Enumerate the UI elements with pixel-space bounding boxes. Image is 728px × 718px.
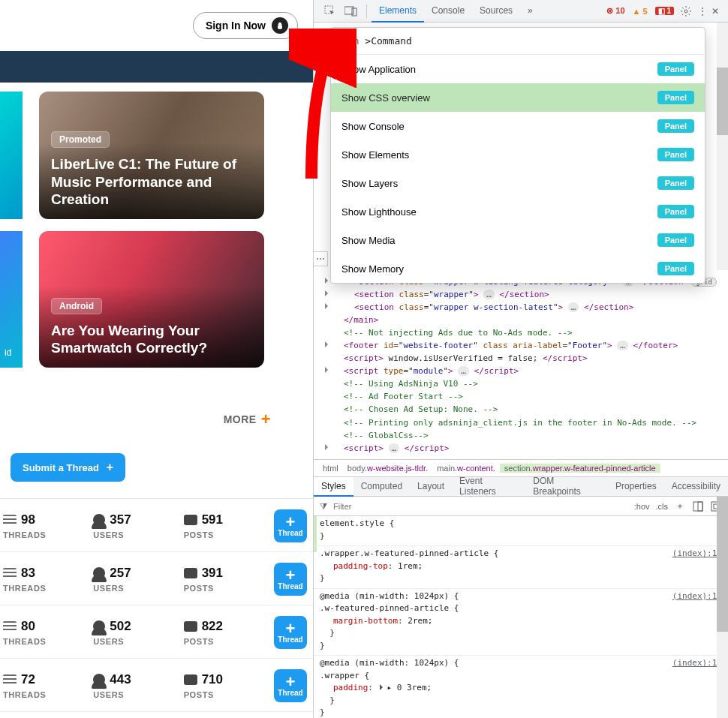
css-prop[interactable]: margin-bottom: 2rem; — [320, 615, 722, 628]
styles-tab[interactable]: Computed — [353, 477, 410, 497]
css-selector[interactable]: .w-featured-pinned-article { — [320, 602, 722, 615]
styles-tab[interactable]: Accessibility — [664, 477, 728, 497]
scrollbar-thumb[interactable] — [717, 497, 728, 632]
expand-icon[interactable] — [325, 303, 331, 309]
css-prop[interactable]: padding: ▸ 0 3rem; — [320, 682, 722, 695]
css-rule[interactable]: (index):11.wrapper.w-featured-pinned-art… — [314, 546, 728, 589]
styles-tab[interactable]: DOM Breakpoints — [525, 477, 608, 497]
expand-icon[interactable] — [325, 341, 331, 347]
dom-line[interactable]: </main> — [333, 314, 728, 326]
styles-tab[interactable]: Event Listeners — [452, 477, 525, 497]
scrollbar-thumb[interactable] — [717, 68, 728, 135]
submit-thread-button[interactable]: Submit a Thread + — [11, 453, 125, 482]
command-item[interactable]: Show CSS overview Panel — [331, 83, 705, 112]
css-prop[interactable]: padding-top: 1rem; — [320, 560, 722, 573]
tab-console[interactable]: Console — [424, 0, 472, 23]
overflow-icon[interactable]: ⋯ — [313, 251, 328, 266]
command-item[interactable]: Show Media Panel — [331, 226, 705, 254]
close-icon[interactable]: ✕ — [711, 6, 722, 17]
dom-line[interactable]: <!-- Ad Footer Start --> — [333, 390, 728, 403]
article-card[interactable]: Promoted LiberLive C1: The Future of Mus… — [39, 92, 264, 219]
dom-line[interactable]: <!-- GlobalCss--> — [333, 429, 728, 442]
card-badge: Promoted — [51, 131, 110, 148]
command-item[interactable]: Show Elements Panel — [331, 140, 705, 169]
card-tease-left[interactable]: id — [0, 231, 23, 368]
command-item[interactable]: Show Lighthouse Panel — [331, 197, 705, 226]
status-badges[interactable]: ⊗ 10 ▲ 5 ◧ 1 — [606, 6, 674, 16]
computed-panel-icon[interactable] — [692, 500, 704, 512]
dom-line[interactable]: <script type="module"> … </script> — [333, 365, 728, 377]
styles-tab[interactable]: Styles — [314, 477, 353, 497]
tab-elements[interactable]: Elements — [372, 0, 424, 23]
issue-count[interactable]: ◧ 1 — [655, 7, 674, 15]
expand-icon[interactable] — [325, 444, 331, 450]
expand-icon[interactable] — [325, 367, 331, 373]
command-item[interactable]: Show Console Panel — [331, 112, 705, 140]
breadcrumb-item[interactable]: main.w-content. — [432, 464, 500, 473]
css-rule[interactable]: (index):11@media (min-width: 1024px) {.w… — [314, 656, 728, 718]
kebab-icon[interactable]: ⋮ — [698, 6, 708, 17]
css-rule[interactable]: element.style {} — [314, 516, 728, 546]
dom-line[interactable]: <!-- Not injecting Ads due to No-Ads mod… — [333, 326, 728, 339]
svg-rect-5 — [698, 502, 702, 511]
warning-count[interactable]: ▲ 5 — [633, 7, 648, 16]
new-thread-button[interactable]: +Thread — [274, 616, 307, 649]
rule-source-link[interactable]: (index):11 — [672, 548, 722, 560]
threads-icon — [3, 568, 17, 578]
scrollbar-vertical[interactable] — [717, 23, 728, 270]
css-selector[interactable]: .wrapper { — [320, 670, 722, 683]
styles-tab[interactable]: Properties — [608, 477, 664, 497]
css-selector[interactable]: element.style { — [320, 518, 722, 530]
article-card[interactable]: Android Are You Wearing Your Smartwatch … — [39, 231, 264, 368]
command-item[interactable]: Show Memory Panel — [331, 254, 705, 283]
dom-line[interactable]: <section class="wrapper w-section-latest… — [333, 301, 728, 314]
rule-source-link[interactable]: (index):11 — [672, 657, 722, 670]
command-label: Show Memory — [341, 263, 404, 275]
new-thread-button[interactable]: +Thread — [274, 669, 307, 702]
users-count: 257 — [110, 566, 131, 581]
command-input[interactable]: Run >Command — [331, 28, 705, 55]
styles-pane[interactable]: element.style {}(index):11.wrapper.w-fea… — [314, 516, 728, 718]
breadcrumb-item[interactable]: section.wrapper.w-featured-pinned-articl… — [500, 464, 660, 473]
posts-count: 710 — [202, 672, 223, 687]
gear-icon[interactable] — [680, 5, 692, 17]
dom-line[interactable]: <footer id="website-footer" class aria-l… — [333, 339, 728, 352]
dom-line[interactable]: <script> window.isUserVerified = false; … — [333, 352, 728, 365]
command-item[interactable]: Show Layers Panel — [331, 169, 705, 197]
dom-line[interactable]: <script> … </script> — [333, 442, 728, 455]
css-rule[interactable]: (index):11@media (min-width: 1024px) {.w… — [314, 589, 728, 656]
tab-sources[interactable]: Sources — [472, 0, 520, 23]
svg-point-3 — [684, 10, 687, 13]
threads-label: THREADS — [3, 584, 93, 593]
styles-tab[interactable]: Layout — [410, 477, 452, 497]
command-tag: Panel — [657, 148, 694, 161]
command-item[interactable]: Show Application Panel — [331, 55, 705, 83]
hov-toggle[interactable]: :hov — [634, 502, 650, 511]
new-rule-icon[interactable]: + — [674, 500, 686, 512]
more-link[interactable]: MORE + — [224, 410, 271, 429]
expand-icon[interactable] — [380, 684, 386, 690]
css-selector[interactable]: .wrapper.w-featured-pinned-article { — [320, 548, 722, 560]
breadcrumb-item[interactable]: html — [318, 464, 343, 473]
tab-more[interactable]: » — [520, 0, 540, 23]
cls-toggle[interactable]: .cls — [656, 502, 669, 511]
new-thread-button[interactable]: +Thread — [274, 509, 307, 542]
card-tease-left[interactable] — [0, 92, 23, 219]
dom-tree[interactable]: <section class="wrapper w-listing-featur… — [314, 272, 728, 458]
dom-line[interactable]: <!-- Printing only adsninja_client.js in… — [333, 416, 728, 429]
device-toggle-icon[interactable] — [344, 4, 359, 19]
error-count[interactable]: ⊗ 10 — [606, 6, 624, 16]
breadcrumb-item[interactable]: body.w-website.js-tldr. — [343, 464, 432, 473]
dom-line[interactable]: <!-- Using AdsNinja V10 --> — [333, 377, 728, 390]
posts-icon — [184, 515, 197, 525]
inspect-icon[interactable] — [323, 4, 338, 19]
scrollbar-vertical[interactable] — [717, 497, 728, 718]
filter-input[interactable] — [333, 502, 628, 511]
dom-line[interactable]: <section class="wrapper"> … </section> — [333, 288, 728, 301]
rule-source-link[interactable]: (index):11 — [672, 590, 722, 603]
sign-in-button[interactable]: Sign In Now — [193, 12, 298, 39]
card-title: Are You Wearing Your Smartwatch Correctl… — [51, 322, 252, 358]
dom-line[interactable]: <!-- Chosen Ad Setup: None. --> — [333, 403, 728, 416]
expand-icon[interactable] — [325, 290, 331, 296]
new-thread-button[interactable]: +Thread — [274, 563, 307, 596]
